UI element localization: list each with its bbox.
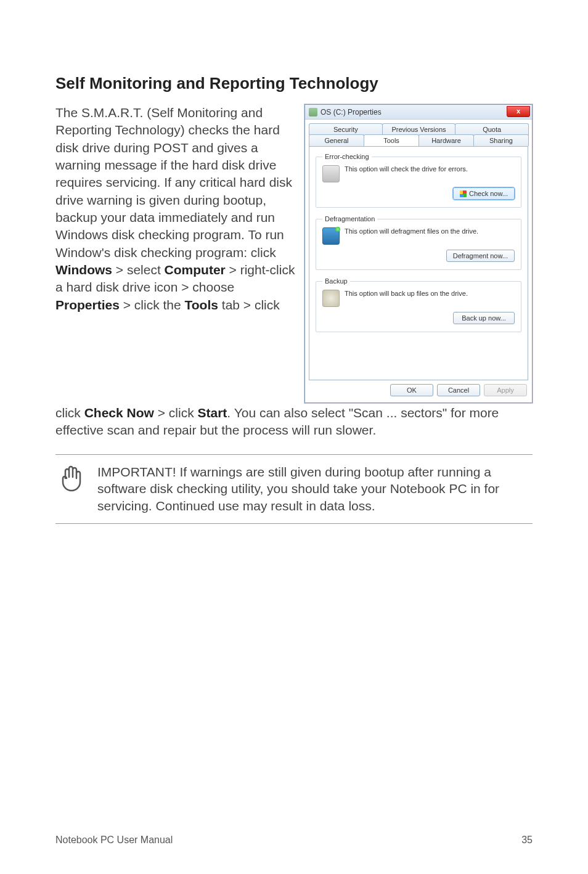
tab-security[interactable]: Security	[309, 123, 383, 135]
backup-now-button[interactable]: Back up now...	[453, 312, 515, 324]
close-button[interactable]: x	[507, 106, 530, 117]
apply-button[interactable]: Apply	[484, 384, 527, 396]
group-backup: Backup This option will back up files on…	[316, 277, 521, 332]
legend-defragmentation: Defragmentation	[322, 215, 377, 223]
dialog-titlebar[interactable]: OS (C:) Properties x	[305, 105, 532, 120]
bold-properties: Properties	[55, 298, 120, 312]
bold-tools: Tools	[185, 298, 218, 312]
body-paragraph-continue: click Check Now > click Start. You can a…	[55, 404, 533, 439]
ok-button[interactable]: OK	[390, 384, 433, 396]
para-text: tab > click	[218, 298, 280, 312]
bold-start: Start	[197, 406, 227, 420]
para-text: > select	[112, 263, 165, 277]
body-paragraph-left: The S.M.A.R.T. (Self Monitoring and Repo…	[55, 104, 297, 314]
para-text: > click the	[120, 298, 185, 312]
properties-dialog: OS (C:) Properties x Security Previous V…	[304, 104, 533, 403]
footer-left: Notebook PC User Manual	[55, 835, 173, 846]
tab-previous-versions[interactable]: Previous Versions	[382, 123, 456, 135]
dialog-title: OS (C:) Properties	[321, 108, 382, 116]
backup-icon	[322, 290, 340, 307]
check-now-button[interactable]: Check now...	[453, 187, 515, 200]
para-text: click	[55, 406, 84, 420]
group-error-checking: Error-checking This option will check th…	[316, 153, 521, 208]
tab-sharing[interactable]: Sharing	[473, 134, 529, 146]
defrag-text: This option will defragment files on the…	[345, 227, 515, 235]
bold-windows: Windows	[55, 263, 112, 277]
para-text: The S.M.A.R.T. (Self Monitoring and Repo…	[55, 105, 292, 259]
para-text: > click	[154, 406, 198, 420]
backup-text: This option will back up files on the dr…	[345, 290, 515, 297]
error-checking-text: This option will check the drive for err…	[345, 165, 515, 173]
important-note-text: IMPORTANT! If warnings are still given d…	[97, 464, 533, 515]
cancel-button[interactable]: Cancel	[437, 384, 480, 396]
tab-tools[interactable]: Tools	[364, 134, 419, 146]
tab-general[interactable]: General	[309, 134, 364, 146]
legend-backup: Backup	[322, 277, 350, 285]
group-defragmentation: Defragmentation This option will defragm…	[316, 215, 521, 270]
drive-icon	[322, 165, 340, 182]
bold-computer: Computer	[165, 263, 226, 277]
footer-page-number: 35	[521, 835, 533, 846]
legend-error-checking: Error-checking	[322, 153, 372, 160]
tab-quota[interactable]: Quota	[455, 123, 529, 135]
bold-check-now: Check Now	[84, 406, 154, 420]
important-note: IMPORTANT! If warnings are still given d…	[55, 454, 533, 524]
hand-icon	[58, 464, 85, 515]
disk-icon	[309, 108, 317, 116]
section-heading: Self Monitoring and Reporting Technology	[55, 74, 533, 93]
tab-hardware[interactable]: Hardware	[419, 134, 474, 146]
defragment-now-button[interactable]: Defragment now...	[446, 250, 515, 262]
defrag-icon	[322, 227, 340, 245]
